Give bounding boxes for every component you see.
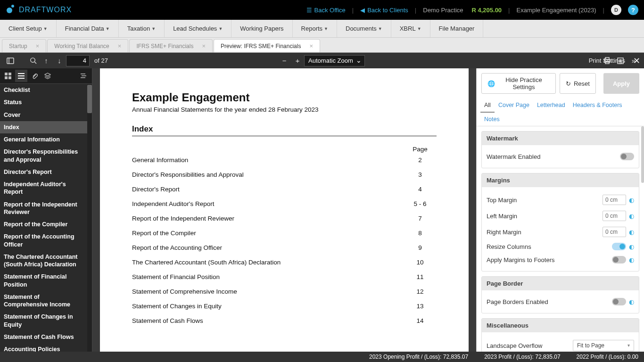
tab-preview-ifrs-sme-financials[interactable]: Preview: IFRS SME+ Financials× — [214, 39, 320, 52]
reset-icon[interactable]: ◐ — [629, 243, 634, 250]
outline-item[interactable]: Status — [0, 96, 87, 108]
menu-xbrl[interactable]: XBRL▼ — [391, 20, 430, 37]
index-row: Report of the Compiler8 — [132, 226, 437, 240]
outline-item[interactable]: Checklist — [0, 84, 87, 96]
svg-rect-17 — [81, 77, 85, 78]
index-row: The Chartered Accountant (South Africa) … — [132, 255, 437, 270]
settings-scrollbar[interactable] — [641, 126, 644, 183]
reset-icon[interactable]: ◐ — [629, 197, 634, 204]
menu-reports[interactable]: Reports▼ — [293, 20, 337, 37]
help-button[interactable]: ? — [628, 5, 638, 15]
outline-item[interactable]: Report of the Accounting Officer — [0, 230, 87, 251]
index-title: Report of the Accounting Officer — [132, 244, 404, 251]
zoom-in-button[interactable]: + — [291, 54, 304, 67]
hide-practice-button[interactable]: 🌐 Hide Practice Settings — [481, 73, 556, 94]
back-office-link[interactable]: ☰ Back Office — [304, 7, 348, 14]
settings-tab-notes[interactable]: Notes — [480, 113, 504, 126]
menu-financial-data[interactable]: Financial Data▼ — [57, 20, 119, 37]
outline-item[interactable]: Statement of Financial Position — [0, 271, 87, 291]
border-toggle[interactable] — [612, 298, 626, 305]
outline-settings-button[interactable] — [78, 70, 90, 82]
reset-icon[interactable]: ◐ — [629, 213, 634, 220]
outline-item[interactable]: Report of the Compiler — [0, 218, 87, 230]
svg-rect-15 — [81, 74, 85, 74]
close-panel-button[interactable]: ✕ — [633, 56, 640, 66]
menu-client-setup[interactable]: Client Setup▼ — [0, 20, 57, 37]
settings-tab-cover-page[interactable]: Cover Page — [495, 99, 533, 113]
page-number-input[interactable] — [66, 55, 90, 66]
index-page: 9 — [404, 244, 437, 251]
thumbnails-view-button[interactable] — [2, 70, 14, 82]
index-row: General Information2 — [132, 153, 437, 167]
settings-tab-all[interactable]: All — [480, 99, 495, 113]
watermark-enabled-label: Watermark Enabled — [487, 153, 540, 160]
outline-item[interactable]: Statement of Comprehensive Income — [0, 291, 87, 311]
left-margin-label: Left Margin — [487, 213, 517, 220]
reset-icon[interactable]: ◐ — [629, 298, 634, 305]
menu-working-papers[interactable]: Working Papers — [231, 20, 292, 37]
chevron-down-icon: ▼ — [151, 26, 156, 31]
watermark-title: Watermark — [482, 132, 639, 145]
close-icon[interactable]: × — [118, 42, 122, 49]
balance-value: R 4,205.00 — [469, 7, 505, 14]
search-button[interactable] — [26, 54, 40, 67]
zoom-select[interactable]: Automatic Zoom — [304, 55, 365, 66]
hide-practice-label: Hide Practice Settings — [498, 76, 550, 90]
apply-button[interactable]: Apply — [603, 73, 639, 94]
outline-item[interactable]: Cover — [0, 109, 87, 121]
menu-file-manager[interactable]: File Manager — [430, 20, 484, 37]
close-icon[interactable]: × — [36, 42, 40, 49]
outline-item[interactable]: Director's Responsibilities and Approval — [0, 146, 87, 166]
chevron-down-icon: ▼ — [106, 26, 110, 31]
right-margin-input[interactable] — [603, 227, 626, 237]
outline-view-button[interactable] — [15, 70, 27, 82]
outline-item[interactable]: General Information — [0, 133, 87, 146]
outline-scrollbar[interactable] — [87, 84, 92, 355]
outline-item[interactable]: Director's Report — [0, 166, 87, 178]
resize-columns-toggle[interactable] — [612, 243, 626, 250]
attachments-button[interactable] — [28, 70, 41, 82]
outline-item[interactable]: Independent Auditor's Report — [0, 178, 87, 198]
zoom-out-button[interactable]: − — [278, 54, 291, 67]
outline-item[interactable]: Statement of Changes in Equity — [0, 311, 87, 331]
left-margin-input[interactable] — [603, 211, 626, 221]
tab-label: Startup — [9, 43, 27, 49]
outline-item[interactable]: Index — [0, 121, 87, 133]
tab-startup[interactable]: Startup× — [2, 39, 46, 52]
engagement-label[interactable]: Example Engagement (2023) — [514, 7, 599, 14]
close-icon[interactable]: × — [309, 42, 313, 49]
tab-working-trial-balance[interactable]: Working Trial Balance× — [47, 39, 128, 52]
outline-item[interactable]: The Chartered Accountant (South Africa) … — [0, 251, 87, 271]
back-clients-link[interactable]: ◀ Back to Clients — [357, 7, 411, 14]
close-icon[interactable]: × — [202, 42, 206, 49]
outline-item[interactable]: Statement of Cash Flows — [0, 331, 87, 343]
layers-button[interactable] — [41, 70, 54, 82]
overflow-select[interactable]: Fit to Page — [573, 340, 634, 351]
index-page: 7 — [404, 215, 437, 222]
svg-rect-14 — [18, 78, 25, 79]
menu-lead-schedules[interactable]: Lead Schedules▼ — [165, 20, 231, 37]
reset-button[interactable]: ↻ Reset — [560, 73, 596, 94]
margins-footer-toggle[interactable] — [612, 256, 626, 263]
reset-icon[interactable]: ◐ — [629, 229, 634, 236]
reset-label: Reset — [574, 80, 590, 87]
tab-label: Preview: IFRS SME+ Financials — [221, 43, 301, 49]
document-viewer[interactable]: Example Engagement Annual Financial Stat… — [92, 68, 476, 355]
menu-documents[interactable]: Documents▼ — [337, 20, 391, 37]
index-heading: Index — [132, 124, 437, 134]
menu-taxation[interactable]: Taxation▼ — [119, 20, 165, 37]
right-margin-label: Right Margin — [487, 229, 521, 236]
next-page-button[interactable]: ↓ — [53, 54, 66, 67]
user-avatar[interactable]: D — [611, 5, 621, 15]
watermark-toggle[interactable] — [620, 153, 634, 160]
outline-item[interactable]: Report of the Independent Reviewer — [0, 198, 87, 219]
settings-tab-letterhead[interactable]: Letterhead — [533, 99, 569, 113]
top-margin-input[interactable] — [603, 195, 626, 205]
index-page: 11 — [404, 273, 437, 280]
tab-ifrs-sme-financials[interactable]: IFRS SME+ Financials× — [129, 39, 213, 52]
border-enabled-label: Page Borders Enabled — [487, 298, 548, 305]
prev-page-button[interactable]: ↑ — [40, 54, 53, 67]
reset-icon[interactable]: ◐ — [629, 256, 634, 263]
settings-tab-headers-footers[interactable]: Headers & Footers — [569, 99, 626, 113]
sidebar-toggle-button[interactable] — [4, 54, 17, 67]
